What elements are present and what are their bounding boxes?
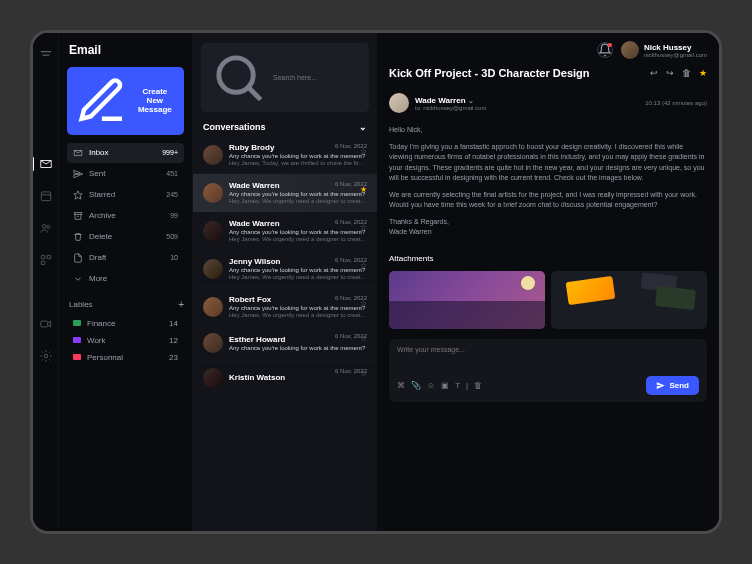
rail-mail-icon[interactable] — [39, 157, 53, 171]
conversation-item[interactable]: 6 Nov, 2022Esther HowardAny chance you'r… — [193, 326, 377, 361]
svg-rect-2 — [41, 192, 50, 201]
label-work[interactable]: Work12 — [67, 332, 184, 349]
folder-count: 999+ — [162, 149, 178, 156]
conversation-item[interactable]: 6 Nov, 2022Wade WarrenAny chance you're … — [193, 212, 377, 250]
folder-count: 99 — [170, 212, 178, 219]
label-name: Work — [87, 336, 106, 345]
rail-calendar-icon[interactable] — [39, 189, 53, 203]
notification-icon[interactable] — [597, 42, 613, 58]
conversation-star-icon[interactable]: ☆ — [360, 223, 367, 232]
attachment-thumbnail[interactable] — [389, 271, 545, 329]
folder-count: 10 — [170, 254, 178, 261]
mail-time: 10:13 (42 minutes ago) — [645, 100, 707, 106]
folder-label: Sent — [89, 169, 105, 178]
text-icon[interactable]: T — [455, 381, 460, 390]
add-label-icon[interactable]: + — [178, 299, 184, 310]
new-message-button[interactable]: Create New Message — [67, 67, 184, 135]
conversations-title: Conversations — [203, 122, 266, 132]
rail-settings-icon[interactable] — [39, 349, 53, 363]
conversation-item[interactable]: 6 Nov, 2022Kristin Watson☆ — [193, 361, 377, 396]
send-label: Send — [669, 381, 689, 390]
search-icon — [209, 48, 268, 107]
compose-delete-icon[interactable]: 🗑 — [474, 381, 482, 390]
compose-input[interactable] — [397, 346, 699, 372]
folder-label: More — [89, 274, 107, 283]
mail-paragraph: We are currently selecting the final art… — [389, 190, 707, 211]
search-input[interactable] — [273, 74, 361, 81]
folder-count: 451 — [166, 170, 178, 177]
user-avatar — [621, 41, 639, 59]
reply-icon[interactable]: ↩ — [650, 68, 658, 78]
svg-point-10 — [44, 354, 48, 358]
conversation-avatar — [203, 259, 223, 279]
conversation-star-icon[interactable]: ☆ — [360, 299, 367, 308]
separator: | — [466, 381, 468, 390]
conversation-item[interactable]: 6 Nov, 2022Wade WarrenAny chance you're … — [193, 174, 377, 212]
label-personnal[interactable]: Personnal23 — [67, 349, 184, 366]
label-name: Personnal — [87, 353, 123, 362]
image-icon[interactable]: ▣ — [441, 381, 449, 390]
send-button[interactable]: Send — [646, 376, 699, 395]
compose-box: ⌘ 📎 ☺ ▣ T | 🗑 Send — [389, 339, 707, 402]
rail-contacts-icon[interactable] — [39, 221, 53, 235]
folder-inbox[interactable]: Inbox999+ — [67, 143, 184, 163]
user-menu[interactable]: Nick Hussey nickhussey@gmail.com — [621, 41, 707, 59]
search-bar[interactable] — [201, 43, 369, 112]
user-name: Nick Hussey — [644, 43, 707, 52]
conversation-preview: Hey James, We urgently need a designer t… — [229, 274, 367, 280]
labels-header: Lables + — [69, 299, 184, 310]
conversation-avatar — [203, 333, 223, 353]
trash-icon — [73, 232, 83, 242]
link-icon[interactable]: ⌘ — [397, 381, 405, 390]
app-rail — [33, 33, 59, 531]
delete-icon[interactable]: 🗑 — [682, 68, 691, 78]
conversation-star-icon[interactable]: ☆ — [360, 147, 367, 156]
menu-icon[interactable] — [39, 47, 53, 61]
rail-video-icon[interactable] — [39, 317, 53, 331]
conversation-star-icon[interactable]: ☆ — [360, 261, 367, 270]
attach-icon[interactable]: 📎 — [411, 381, 421, 390]
folder-draft[interactable]: Draft10 — [67, 248, 184, 268]
rail-apps-icon[interactable] — [39, 253, 53, 267]
label-count: 14 — [169, 319, 178, 328]
conversations-header: Conversations ⌄ — [193, 118, 377, 136]
attachment-thumbnail[interactable] — [551, 271, 707, 329]
conversation-question: Any chance you're looking for work at th… — [229, 153, 367, 159]
star-icon — [73, 190, 83, 200]
email-app: Email Create New Message Inbox999+Sent45… — [30, 30, 722, 534]
conversation-preview: Hey James, Today, we are thrilled to sha… — [229, 160, 367, 166]
conversation-star-icon[interactable]: ☆ — [360, 334, 367, 343]
conversation-item[interactable]: 6 Nov, 2022Robert FoxAny chance you're l… — [193, 288, 377, 326]
svg-marker-11 — [74, 191, 82, 199]
chevron-down-icon[interactable]: ⌄ — [359, 122, 367, 132]
sender-name: Wade Warren ⌄ — [415, 96, 486, 105]
mail-greeting: Hello Nick, — [389, 125, 707, 136]
label-name: Finance — [87, 319, 115, 328]
folder-sent[interactable]: Sent451 — [67, 164, 184, 184]
conversation-star-icon[interactable]: ☆ — [360, 369, 367, 378]
mail-closing: Thanks & Regards, — [389, 218, 449, 225]
mail-paragraph: Today I'm giving you a fanstastic approc… — [389, 142, 707, 184]
conversation-preview: Hey James, We urgently need a designer t… — [229, 236, 367, 242]
compose-toolbar: ⌘ 📎 ☺ ▣ T | 🗑 Send — [397, 376, 699, 395]
sidebar: Email Create New Message Inbox999+Sent45… — [59, 33, 193, 531]
conversation-item[interactable]: 6 Nov, 2022Jenny WilsonAny chance you're… — [193, 250, 377, 288]
folder-label: Delete — [89, 232, 112, 241]
forward-icon[interactable]: ↪ — [666, 68, 674, 78]
conversation-preview: Hey James, We urgently need a designer t… — [229, 312, 367, 318]
star-icon[interactable]: ★ — [699, 68, 707, 78]
label-color — [73, 337, 81, 343]
folder-delete[interactable]: Delete509 — [67, 227, 184, 247]
folder-more[interactable]: More — [67, 269, 184, 289]
conversation-star-icon[interactable]: ★ — [360, 185, 367, 194]
folder-starred[interactable]: Starred245 — [67, 185, 184, 205]
folder-count: 509 — [166, 233, 178, 240]
conversation-item[interactable]: 6 Nov, 2022Ruby BrodyAny chance you're l… — [193, 136, 377, 174]
topbar: Nick Hussey nickhussey@gmail.com — [377, 33, 719, 67]
folder-archive[interactable]: Archive99 — [67, 206, 184, 226]
conversations-panel: Conversations ⌄ 6 Nov, 2022Ruby BrodyAny… — [193, 33, 377, 531]
conversation-avatar — [203, 145, 223, 165]
archive-icon — [73, 211, 83, 221]
label-finance[interactable]: Finance14 — [67, 315, 184, 332]
emoji-icon[interactable]: ☺ — [427, 381, 435, 390]
